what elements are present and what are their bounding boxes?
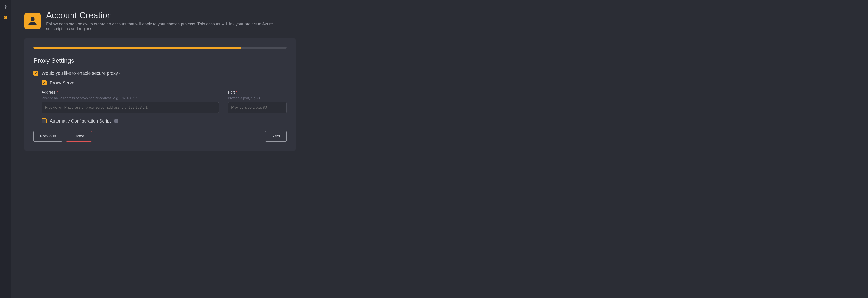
enable-proxy-checkbox[interactable] bbox=[33, 71, 38, 76]
form-actions: Previous Cancel Next bbox=[33, 131, 287, 141]
auto-config-info-icon[interactable]: i bbox=[114, 119, 119, 123]
address-label: Address * bbox=[41, 90, 219, 94]
add-item-icon[interactable]: ⊕ bbox=[3, 15, 7, 20]
port-input[interactable] bbox=[228, 102, 287, 113]
actions-left: Previous Cancel bbox=[33, 131, 92, 141]
proxy-server-section: Proxy Server Address * Provide an IP add… bbox=[41, 80, 287, 113]
header-text-block: Account Creation Follow each step below … bbox=[46, 11, 295, 31]
auto-config-row: Automatic Configuration Script i bbox=[41, 118, 287, 124]
form-card: Proxy Settings Would you like to enable … bbox=[24, 38, 296, 151]
auto-config-label: Automatic Configuration Script bbox=[50, 118, 111, 124]
proxy-server-label: Proxy Server bbox=[50, 80, 76, 86]
next-button[interactable]: Next bbox=[265, 131, 287, 141]
enable-proxy-row: Would you like to enable secure proxy? bbox=[33, 71, 287, 76]
progress-bar-container bbox=[33, 47, 287, 49]
page-title: Account Creation bbox=[46, 11, 295, 20]
port-label: Port * bbox=[228, 90, 287, 94]
account-svg-icon bbox=[28, 16, 37, 26]
enable-proxy-label: Would you like to enable secure proxy? bbox=[41, 71, 121, 76]
main-content: Account Creation Follow each step below … bbox=[11, 0, 868, 298]
section-title: Proxy Settings bbox=[33, 57, 287, 64]
proxy-server-checkbox[interactable] bbox=[41, 80, 46, 85]
address-input[interactable] bbox=[41, 102, 219, 113]
port-field-group: Port * Provide a port, e.g. 80 bbox=[228, 90, 287, 113]
address-hint: Provide an IP address or proxy server ad… bbox=[41, 96, 219, 100]
address-field-group: Address * Provide an IP address or proxy… bbox=[41, 90, 219, 113]
address-required-star: * bbox=[57, 90, 58, 94]
auto-config-checkbox[interactable] bbox=[41, 118, 46, 124]
port-hint: Provide a port, e.g. 80 bbox=[228, 96, 287, 100]
proxy-fields: Address * Provide an IP address or proxy… bbox=[41, 90, 287, 113]
cancel-button[interactable]: Cancel bbox=[66, 131, 92, 141]
port-required-star: * bbox=[236, 90, 237, 94]
expand-sidebar-icon[interactable]: ❯ bbox=[4, 4, 7, 9]
progress-bar-fill bbox=[33, 47, 241, 49]
page-header: Account Creation Follow each step below … bbox=[24, 11, 855, 31]
sidebar: ❯ ⊕ bbox=[0, 0, 11, 298]
previous-button[interactable]: Previous bbox=[33, 131, 62, 141]
account-icon bbox=[24, 13, 41, 29]
page-description: Follow each step below to create an acco… bbox=[46, 22, 295, 31]
proxy-server-row: Proxy Server bbox=[41, 80, 287, 86]
